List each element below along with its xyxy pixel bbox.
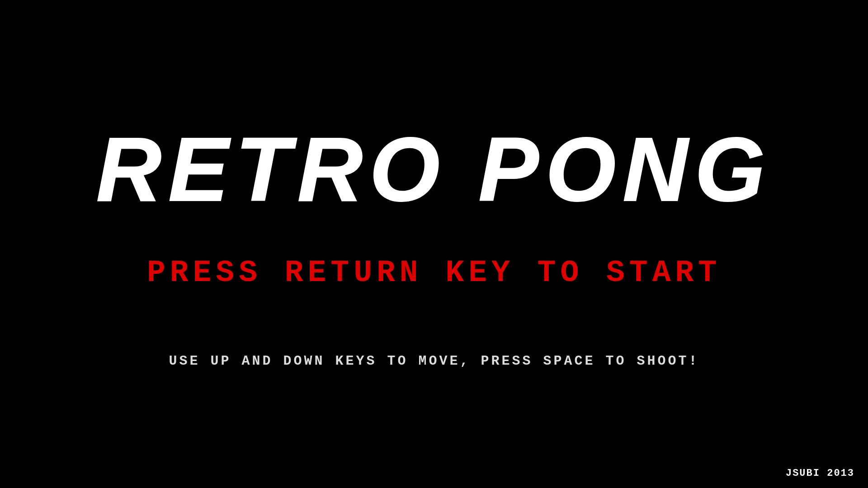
credit-text: JSUBI 2013 <box>786 468 854 479</box>
instructions-text: USE UP AND DOWN KEYS TO MOVE, PRESS SPAC… <box>169 353 699 369</box>
press-start-text[interactable]: PRESS RETURN KEY TO START <box>147 255 721 290</box>
title-container: RETRO PONG <box>96 120 772 219</box>
game-title: RETRO PONG <box>96 120 772 219</box>
